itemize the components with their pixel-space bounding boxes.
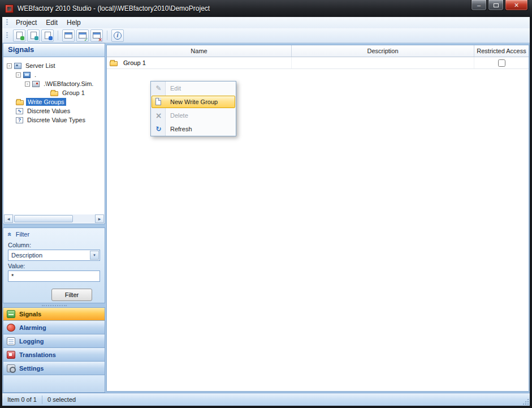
toolbar-grip-handle[interactable] — [6, 32, 8, 39]
app-frame: Project Edit Help ✓ — [2, 17, 530, 406]
scroll-right-icon[interactable]: ▶ — [95, 214, 104, 223]
close-button[interactable]: × — [505, 0, 528, 11]
signals-icon — [7, 310, 15, 318]
close-window-button[interactable]: × — [90, 29, 103, 42]
translations-icon — [7, 351, 15, 359]
column-dropdown[interactable]: Description ▼ — [8, 250, 100, 261]
minimize-icon: – — [477, 1, 481, 10]
content-area: Name Description Restricted Access Group… — [106, 45, 529, 392]
sidebar-filler — [3, 375, 105, 393]
menu-edit[interactable]: Edit — [41, 18, 62, 28]
server-list-icon — [14, 63, 21, 69]
nav-label: Settings — [19, 365, 44, 372]
maximize-icon — [494, 3, 499, 7]
sidebar-splitter-handle[interactable] — [3, 303, 105, 307]
new-project-icon — [16, 32, 23, 39]
nav-label: Translations — [19, 351, 56, 358]
sidebar-item-alarming[interactable]: Alarming — [3, 321, 105, 334]
maximize-button[interactable] — [488, 0, 504, 11]
about-button[interactable]: i — [111, 29, 124, 42]
expander-icon[interactable]: - — [7, 63, 12, 68]
tree-item-discrete-value-types[interactable]: ? Discrete Value Types — [3, 115, 105, 124]
resize-grip-handle[interactable] — [522, 398, 529, 405]
import-button[interactable] — [41, 29, 54, 42]
tree-item-write-groups[interactable]: Write Groups — [3, 97, 105, 106]
menubar: Project Edit Help — [2, 17, 530, 28]
open-project-button[interactable] — [27, 29, 40, 42]
sidebar-item-translations[interactable]: Translations — [3, 348, 105, 362]
restricted-access-checkbox[interactable] — [498, 59, 505, 67]
filter-button[interactable]: Filter — [51, 289, 92, 301]
signals-tree: - Server List - . - .\WEBfactory.Sim. — [3, 57, 105, 224]
settings-icon — [7, 364, 15, 372]
toolbar-separator — [58, 31, 58, 40]
context-menu-label: Delete — [170, 112, 188, 119]
sidebar-title: Signals — [3, 43, 105, 57]
tree-item-label: Discrete Values — [25, 107, 72, 115]
tree-item-label: Discrete Value Types — [25, 116, 87, 124]
new-project-button[interactable] — [13, 29, 25, 42]
table-row[interactable]: Group 1 — [107, 57, 529, 69]
computer-icon — [23, 72, 31, 78]
context-menu-item-delete[interactable]: × Delete — [151, 109, 236, 122]
new-window-button[interactable] — [62, 29, 75, 42]
minimize-button[interactable]: – — [471, 0, 487, 11]
scrollbar-thumb[interactable] — [14, 215, 73, 222]
chevron-down-icon[interactable]: ▼ — [90, 251, 99, 260]
wave-icon: ∿ — [16, 108, 23, 114]
context-menu-label: Edit — [170, 85, 181, 92]
app-window: WEBfactory 2010 Studio - (local)\WEBfact… — [0, 0, 532, 408]
tree-item-server[interactable]: - . — [3, 70, 105, 79]
scroll-left-icon[interactable]: ◀ — [4, 214, 13, 223]
cell-restricted-access — [474, 57, 529, 68]
collapse-chevron-icon[interactable]: « — [7, 233, 12, 237]
device-icon — [32, 81, 40, 87]
open-project-icon — [31, 32, 37, 39]
window-controls: – × — [471, 0, 528, 11]
logging-icon — [7, 337, 15, 345]
menubar-grip-handle[interactable] — [6, 19, 8, 26]
filter-value-input[interactable] — [8, 270, 100, 282]
context-menu-label: New Write Group — [170, 98, 218, 105]
tree-item-webfactory-sim[interactable]: - .\WEBfactory.Sim. — [3, 79, 105, 88]
nav-label: Logging — [19, 338, 44, 345]
import-icon — [45, 32, 51, 39]
expander-icon[interactable]: - — [16, 72, 21, 78]
edit-icon: ✎ — [154, 84, 163, 92]
sidebar-item-signals[interactable]: Signals — [3, 307, 105, 321]
folder-icon — [110, 61, 118, 66]
column-header-description[interactable]: Description — [292, 45, 474, 57]
column-header-name[interactable]: Name — [107, 45, 292, 57]
tree-item-discrete-values[interactable]: ∿ Discrete Values — [3, 106, 105, 115]
group-name: Group 1 — [123, 59, 146, 66]
sidebar-item-settings[interactable]: Settings — [3, 362, 105, 375]
column-header-restricted-access[interactable]: Restricted Access — [474, 45, 529, 57]
status-bar: Item 0 of 1 0 selected — [2, 393, 530, 406]
context-menu-item-edit[interactable]: ✎ Edit — [151, 81, 236, 95]
tree-item-group-1[interactable]: Group 1 — [3, 88, 105, 97]
filter-button-row: Filter — [8, 289, 100, 301]
alarming-icon — [7, 324, 15, 332]
tree-item-label: Group 1 — [60, 89, 86, 97]
menu-project[interactable]: Project — [11, 18, 41, 28]
new-window-icon — [64, 32, 72, 38]
question-icon: ? — [16, 117, 23, 123]
sidebar-nav: Signals Alarming Logging Translations — [3, 307, 105, 375]
cross-icon: × — [98, 37, 102, 42]
context-menu-item-new-write-group[interactable]: New Write Group — [151, 95, 236, 109]
validate-window-button[interactable]: ✓ — [76, 29, 89, 42]
context-menu-label: Refresh — [170, 126, 192, 132]
expander-icon[interactable]: - — [25, 81, 30, 87]
app-icon — [5, 5, 14, 13]
tree-horizontal-scrollbar[interactable]: ◀ ▶ — [4, 214, 104, 223]
menu-help[interactable]: Help — [62, 18, 85, 28]
nav-label: Signals — [19, 311, 41, 317]
new-write-group-icon — [155, 98, 161, 105]
titlebar[interactable]: WEBfactory 2010 Studio - (local)\WEBfact… — [0, 0, 532, 17]
tree-item-server-list[interactable]: - Server List — [3, 61, 105, 70]
filter-panel: « Filter Column: Description ▼ Value: Fi… — [3, 227, 105, 303]
column-label: Column: — [8, 242, 100, 248]
filter-header: « Filter — [8, 231, 100, 238]
sidebar-item-logging[interactable]: Logging — [3, 334, 105, 348]
context-menu-item-refresh[interactable]: ↻ Refresh — [151, 122, 236, 136]
